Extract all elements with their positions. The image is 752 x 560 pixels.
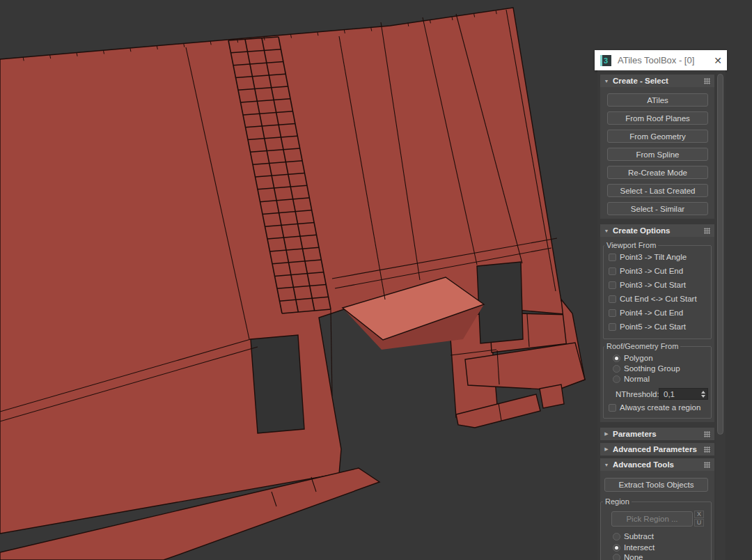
hole-left — [251, 335, 304, 433]
rollout-header-advanced-parameters[interactable]: ▶ Advanced Parameters — [600, 443, 714, 456]
checkbox-label: Always create a region — [620, 403, 700, 412]
radio-normal[interactable]: Normal — [613, 375, 650, 383]
rollout-title: Advanced Parameters — [613, 445, 704, 453]
rollout-header-parameters[interactable]: ▶ Parameters — [600, 428, 714, 440]
checkbox-label: Point3 -> Cut End — [620, 267, 683, 275]
extract-tools-objects-button[interactable]: Extract Tools Objects — [604, 478, 708, 492]
stair-tile-small — [540, 384, 564, 408]
chevron-down-icon: ▼ — [600, 79, 613, 84]
nthreshold-value: 0,1 — [659, 390, 699, 398]
checkbox-box[interactable] — [609, 404, 616, 412]
radio-label: Polygon — [624, 354, 653, 362]
radio-label: Intersect — [624, 543, 655, 552]
rollout-create-select: ▼ Create - Select ATiles From Roof Plane… — [600, 75, 714, 219]
from-roof-planes-button[interactable]: From Roof Planes — [607, 111, 708, 125]
grip-dots-icon[interactable] — [704, 446, 710, 453]
checkbox-point3-tilt-angle[interactable]: Point3 -> Tilt Angle — [609, 253, 687, 261]
hole-right — [477, 262, 523, 343]
checkbox-point4-cut-end[interactable]: Point4 -> Cut End — [609, 309, 683, 317]
checkbox-label: Point5 -> Cut Start — [620, 322, 686, 331]
rollout-advanced-parameters: ▶ Advanced Parameters — [600, 443, 714, 456]
from-spline-button[interactable]: From Spline — [607, 148, 708, 161]
from-geometry-button[interactable]: From Geometry — [607, 130, 708, 143]
radio-dot[interactable] — [613, 375, 620, 383]
rollout-title: Parameters — [613, 430, 704, 438]
checkbox-box[interactable] — [609, 267, 616, 275]
select-similar-button[interactable]: Select - Similar — [607, 202, 708, 215]
radio-label: Subtract — [624, 532, 654, 540]
rollout-create-options: ▼ Create Options Viewport From Point3 ->… — [600, 224, 714, 422]
roof-edge-line — [331, 309, 332, 396]
radio-dot[interactable] — [613, 365, 620, 373]
rollout-header-create-select[interactable]: ▼ Create - Select — [600, 75, 714, 87]
select-last-created-button[interactable]: Select - Last Created — [607, 184, 708, 197]
grip-dots-icon[interactable] — [704, 462, 710, 468]
checkbox-label: Cut End <-> Cut Start — [620, 295, 697, 303]
atiles-button[interactable]: ATiles — [607, 93, 708, 107]
window-title: ATiles ToolBox - [0] — [618, 55, 709, 65]
grip-dots-icon[interactable] — [704, 228, 710, 234]
radio-none[interactable]: None — [613, 553, 643, 560]
radio-label: Normal — [624, 375, 650, 383]
checkbox-box[interactable] — [609, 323, 616, 331]
checkbox-label: Point3 -> Cut Start — [620, 281, 686, 289]
region-label: Region — [603, 497, 632, 506]
radio-polygon[interactable]: Polygon — [613, 354, 653, 362]
radio-label: None — [624, 553, 643, 560]
rollout-title: Create - Select — [613, 77, 704, 85]
radio-label: Soothing Group — [624, 364, 680, 373]
radio-dot[interactable] — [613, 544, 620, 552]
atiles-toolbox-window: 3 ATiles ToolBox - [0] ✕ ▼ Create - Sele… — [595, 50, 727, 560]
roof-geometry-from-label: Roof/Geometry From — [604, 342, 680, 350]
panel-body: ▼ Create - Select ATiles From Roof Plane… — [597, 70, 726, 560]
rollout-parameters: ▶ Parameters — [600, 428, 714, 440]
panel-scrollbar[interactable] — [716, 70, 725, 560]
checkbox-cutend-cutstart[interactable]: Cut End <-> Cut Start — [609, 295, 697, 303]
close-icon[interactable]: ✕ — [709, 55, 727, 66]
scrollbar-thumb[interactable] — [717, 74, 723, 435]
radio-dot[interactable] — [613, 533, 620, 540]
radio-dot[interactable] — [613, 355, 620, 362]
viewport-from-label: Viewport From — [604, 241, 658, 249]
rollout-header-advanced-tools[interactable]: ▼ Advanced Tools — [600, 458, 714, 471]
chevron-down-icon: ▼ — [600, 228, 613, 233]
checkbox-box[interactable] — [609, 281, 616, 289]
checkbox-box[interactable] — [609, 309, 616, 317]
checkbox-point3-cut-end[interactable]: Point3 -> Cut End — [609, 267, 683, 275]
rollout-advanced-tools: ▼ Advanced Tools Extract Tools Objects R… — [600, 458, 714, 560]
spinner-arrows-icon[interactable] — [699, 391, 707, 398]
re-create-mode-button[interactable]: Re-Create Mode — [607, 166, 708, 179]
radio-subtract[interactable]: Subtract — [613, 532, 654, 540]
checkbox-label: Point3 -> Tilt Angle — [620, 253, 687, 261]
chevron-down-icon: ▼ — [600, 462, 613, 467]
3dsmax-logo-icon: 3 — [600, 55, 611, 66]
nthreshold-label: NThreshold: — [616, 390, 659, 398]
rollout-title: Create Options — [613, 226, 704, 235]
checkbox-box[interactable] — [609, 295, 616, 303]
checkbox-box[interactable] — [609, 254, 616, 261]
nthreshold-spinner[interactable]: 0,1 — [659, 388, 708, 400]
pick-region-button[interactable]: Pick Region ... — [611, 511, 693, 527]
radio-dot[interactable] — [613, 554, 620, 560]
application-root: 3 ATiles ToolBox - [0] ✕ ▼ Create - Sele… — [0, 0, 752, 560]
region-u-button[interactable]: U — [694, 519, 704, 527]
window-titlebar[interactable]: 3 ATiles ToolBox - [0] ✕ — [595, 50, 727, 70]
chevron-right-icon: ▶ — [600, 431, 613, 437]
checkbox-point5-cut-start[interactable]: Point5 -> Cut Start — [609, 322, 686, 331]
checkbox-point3-cut-start[interactable]: Point3 -> Cut Start — [609, 281, 686, 289]
radio-soothing-group[interactable]: Soothing Group — [613, 364, 680, 373]
rollout-title: Advanced Tools — [613, 460, 704, 469]
rollout-header-create-options[interactable]: ▼ Create Options — [600, 224, 714, 237]
grip-dots-icon[interactable] — [704, 78, 710, 84]
grip-dots-icon[interactable] — [704, 431, 710, 437]
region-x-button[interactable]: X — [694, 511, 704, 518]
checkbox-label: Point4 -> Cut End — [620, 309, 683, 317]
chevron-right-icon: ▶ — [600, 446, 613, 452]
radio-intersect[interactable]: Intersect — [613, 543, 655, 552]
checkbox-always-create-region[interactable]: Always create a region — [609, 403, 700, 412]
